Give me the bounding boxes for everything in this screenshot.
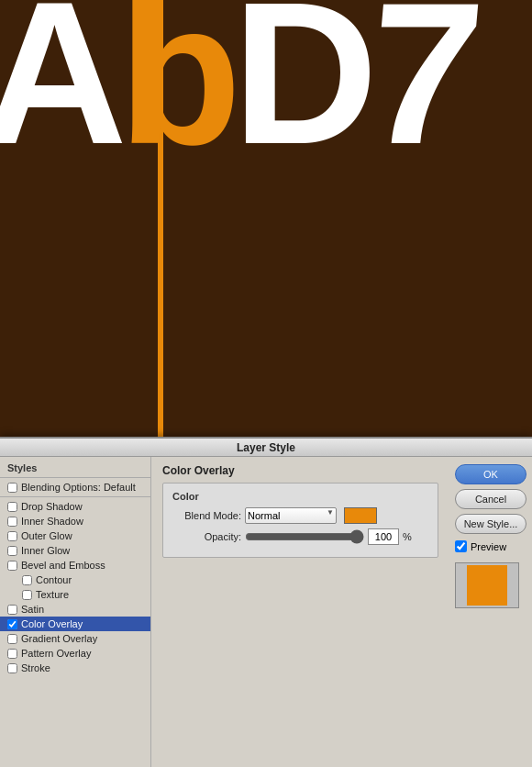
letter-a: A [0,0,118,174]
pattern-overlay-checkbox[interactable] [7,649,17,659]
blend-mode-row: Blend Mode: Normal Dissolve Multiply Scr… [172,507,428,524]
blend-mode-label: Blend Mode: [172,510,241,521]
letter-7: 7 [360,0,482,174]
style-item-bevel-emboss[interactable]: Bevel and Emboss [0,558,150,572]
style-item-pattern-overlay[interactable]: Pattern Overlay [0,646,150,661]
inner-shadow-label: Inner Shadow [21,516,83,527]
color-subsection-title: Color [172,491,428,502]
canvas-typography: AbD7 [0,0,472,174]
preview-checkbox[interactable] [455,540,467,552]
inner-glow-checkbox[interactable] [7,546,17,556]
style-item-drop-shadow[interactable]: Drop Shadow [0,499,150,514]
color-overlay-section-title: Color Overlay [162,464,438,477]
letter-d: D [232,0,369,174]
bevel-emboss-label: Bevel and Emboss [21,560,105,571]
style-item-texture[interactable]: Texture [0,587,150,602]
style-item-stroke[interactable]: Stroke [0,661,150,675]
color-swatch[interactable] [344,507,377,524]
color-overlay-label: Color Overlay [21,618,83,629]
preview-swatch-inner [467,565,507,606]
style-item-gradient-overlay[interactable]: Gradient Overlay [0,631,150,646]
texture-checkbox[interactable] [22,590,32,600]
color-overlay-checkbox[interactable] [7,619,17,629]
outer-glow-label: Outer Glow [21,530,72,541]
style-item-inner-shadow[interactable]: Inner Shadow [0,514,150,528]
gradient-overlay-label: Gradient Overlay [21,633,97,644]
layer-style-dialog: Layer Style Styles Blending Options: Def… [0,437,532,767]
stroke-checkbox[interactable] [7,663,17,673]
satin-checkbox[interactable] [7,605,17,615]
dialog-titlebar: Layer Style [0,439,532,457]
preview-row: Preview [455,540,526,552]
drop-shadow-checkbox[interactable] [7,502,17,512]
style-item-blending[interactable]: Blending Options: Default [0,480,150,495]
letter-b: b [118,0,232,174]
opacity-label: Opacity: [172,531,241,542]
color-section-box: Color Blend Mode: Normal Dissolve Multip… [162,483,438,558]
blend-mode-select[interactable]: Normal Dissolve Multiply Screen Overlay [245,507,337,524]
inner-glow-label: Inner Glow [21,545,70,556]
opacity-slider[interactable] [245,530,364,543]
style-item-outer-glow[interactable]: Outer Glow [0,528,150,543]
cancel-button[interactable]: Cancel [455,489,526,509]
blending-checkbox[interactable] [7,483,17,493]
styles-panel: Styles Blending Options: Default Drop Sh… [0,457,151,767]
stroke-label: Stroke [21,662,50,673]
dialog-body: Styles Blending Options: Default Drop Sh… [0,457,532,767]
texture-label: Texture [36,589,69,600]
blending-label: Blending Options: Default [21,482,136,493]
blend-mode-select-wrapper[interactable]: Normal Dissolve Multiply Screen Overlay [245,507,337,524]
opacity-input[interactable] [368,528,399,545]
bevel-emboss-checkbox[interactable] [7,561,17,571]
styles-panel-label: Styles [0,461,150,478]
new-style-button[interactable]: New Style... [455,514,526,534]
contour-checkbox[interactable] [22,575,32,585]
gradient-overlay-checkbox[interactable] [7,634,17,644]
satin-label: Satin [21,604,44,615]
preview-label: Preview [471,541,506,552]
buttons-panel: OK Cancel New Style... Preview [449,457,532,767]
contour-label: Contour [36,574,72,585]
main-content: Color Overlay Color Blend Mode: Normal D… [151,457,449,767]
ok-button[interactable]: OK [455,464,526,484]
style-item-contour[interactable]: Contour [0,572,150,587]
preview-swatch-area [455,562,519,608]
canvas-area: AbD7 [0,0,532,440]
opacity-row: Opacity: % [172,528,428,545]
drop-shadow-label: Drop Shadow [21,501,83,512]
style-item-satin[interactable]: Satin [0,602,150,617]
outer-glow-checkbox[interactable] [7,531,17,541]
style-item-inner-glow[interactable]: Inner Glow [0,543,150,558]
inner-shadow-checkbox[interactable] [7,517,17,527]
pattern-overlay-label: Pattern Overlay [21,648,91,659]
dialog-title: Layer Style [237,441,295,454]
percent-sign: % [403,531,412,542]
style-item-color-overlay[interactable]: Color Overlay [0,617,150,631]
